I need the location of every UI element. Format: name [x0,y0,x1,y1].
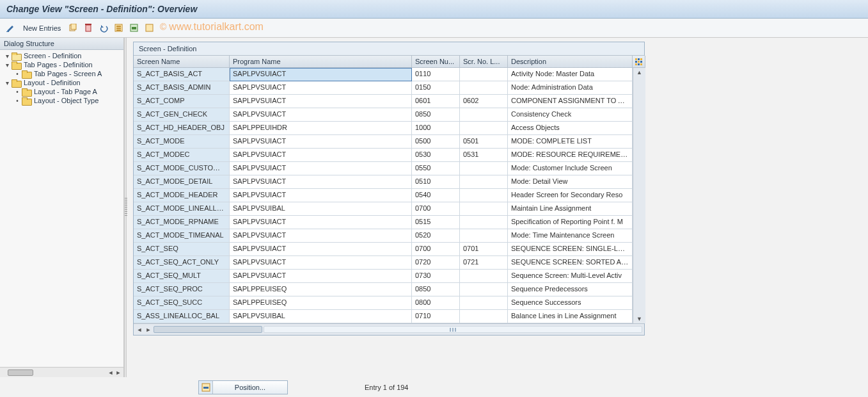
cell-screen-number[interactable]: 0515 [412,216,460,229]
cell-program-name[interactable]: SAPLPPEUISEQ [230,296,412,310]
cell-program-name[interactable]: SAPLPVSUIACT [230,68,412,81]
cell-screen-name[interactable]: S_ACT_MODE_TIMEANAL [134,229,230,243]
cell-screen-name[interactable]: S_ACT_MODE_CUSTOMER [134,162,230,175]
cell-screen-number[interactable]: 0730 [412,270,460,283]
select-all-icon[interactable] [113,22,125,34]
grid-horizontal-scrollbar[interactable]: ◄ ► [134,323,644,335]
cell-description[interactable]: Specification of Reporting Point f. M [508,216,633,229]
tree-item[interactable]: •Tab Pages - Screen A [0,69,123,78]
column-header-screen-name[interactable]: Screen Name [134,56,230,68]
deselect-all-icon[interactable] [144,22,155,34]
cell-program-name[interactable]: SAPLPVSUIACT [230,216,412,229]
cell-program-name[interactable]: SAPLPVSUIACT [230,270,412,283]
cell-program-name[interactable]: SAPLPVSUIACT [230,135,412,149]
cell-description[interactable]: MODE: COMPLETE LIST [508,135,633,149]
cell-screen-number[interactable]: 0510 [412,175,460,189]
scroll-left-icon[interactable]: ◄ [107,369,114,377]
scroll-down-icon[interactable]: ▼ [636,316,642,322]
cell-screen-number[interactable]: 0150 [412,81,460,95]
cell-program-name[interactable]: SAPLPPEUISEQ [230,283,412,296]
cell-scr-no-long[interactable] [460,189,508,202]
cell-screen-name[interactable]: S_ACT_SEQ [134,243,230,256]
expand-icon[interactable]: ▾ [4,53,10,60]
column-header-scr-no-long[interactable]: Scr. No. L... [460,56,508,68]
cell-screen-number[interactable]: 0700 [412,243,460,256]
cell-screen-name[interactable]: S_ACT_SEQ_SUCC [134,296,230,310]
cell-screen-name[interactable]: S_ACT_GEN_CHECK [134,108,230,122]
delete-icon[interactable] [83,22,94,34]
cell-scr-no-long[interactable] [460,270,508,283]
column-header-program-name[interactable]: Program Name [230,56,412,68]
scroll-right-icon[interactable]: ► [145,326,152,334]
cell-screen-name[interactable]: S_ACT_BASIS_ADMIN [134,81,230,95]
cell-program-name[interactable]: SAPLPVSUIACT [230,243,412,256]
tree-item[interactable]: ▾Screen - Definition [0,51,123,60]
cell-description[interactable]: Activity Node: Master Data [508,68,633,81]
column-header-description[interactable]: Description [508,56,633,68]
cell-program-name[interactable]: SAPLPVSUIBAL [230,202,412,216]
tree-item[interactable]: ▾Layout - Definition [0,78,123,87]
cell-scr-no-long[interactable] [460,202,508,216]
cell-program-name[interactable]: SAPLPVSUIACT [230,229,412,243]
cell-description[interactable]: Maintain Line Assignment [508,202,633,216]
cell-scr-no-long[interactable] [460,296,508,310]
cell-screen-name[interactable]: S_ASS_LINEALLOC_BAL [134,310,230,323]
cell-screen-name[interactable]: S_ACT_BASIS_ACT [134,68,230,81]
cell-program-name[interactable]: SAPLPVSUIACT [230,162,412,175]
cell-screen-number[interactable]: 0550 [412,162,460,175]
cell-screen-number[interactable]: 0710 [412,310,460,323]
configure-columns-button[interactable] [633,56,645,68]
expand-icon[interactable]: ▾ [4,61,10,69]
cell-screen-name[interactable]: S_ACT_HD_HEADER_OBJ [134,122,230,135]
cell-scr-no-long[interactable] [460,283,508,296]
tree-item[interactable]: ▾Tab Pages - Definition [0,60,123,69]
cell-screen-name[interactable]: S_ACT_MODE [134,135,230,149]
cell-description[interactable]: Sequence Predecessors [508,283,633,296]
cell-screen-name[interactable]: S_ACT_MODEC [134,149,230,162]
cell-description[interactable]: Sequence Successors [508,296,633,310]
cell-program-name[interactable]: SAPLPVSUIACT [230,108,412,122]
cell-program-name[interactable]: SAPLPVSUIACT [230,95,412,108]
cell-screen-number[interactable]: 0500 [412,135,460,149]
cell-description[interactable]: Balance Lines in Line Assignment [508,310,633,323]
cell-screen-number[interactable]: 1000 [412,122,460,135]
cell-scr-no-long[interactable]: 0531 [460,149,508,162]
cell-screen-number[interactable]: 0601 [412,95,460,108]
cell-screen-number[interactable]: 0700 [412,202,460,216]
cell-scr-no-long[interactable] [460,216,508,229]
cell-screen-name[interactable]: S_ACT_MODE_HEADER [134,189,230,202]
cell-scr-no-long[interactable] [460,175,508,189]
cell-scr-no-long[interactable]: 0501 [460,135,508,149]
cell-program-name[interactable]: SAPLPVSUIBAL [230,310,412,323]
cell-description[interactable]: COMPONENT ASSIGNMENT TO ACT [508,95,633,108]
cell-description[interactable]: Mode: Customer Include Screen [508,162,633,175]
cell-screen-name[interactable]: S_ACT_MODE_LINEALLOC [134,202,230,216]
toggle-display-change-icon[interactable] [5,22,17,34]
cell-scr-no-long[interactable]: 0701 [460,243,508,256]
column-header-screen-number[interactable]: Screen Nu... [412,56,460,68]
cell-program-name[interactable]: SAPLPVSUIACT [230,175,412,189]
cell-scr-no-long[interactable] [460,108,508,122]
cell-scr-no-long[interactable] [460,162,508,175]
cell-screen-number[interactable]: 0720 [412,256,460,270]
cell-scr-no-long[interactable]: 0602 [460,95,508,108]
cell-description[interactable]: SEQUENCE SCREEN: SORTED ACTI [508,256,633,270]
tree-item[interactable]: •Layout - Object Type [0,96,123,105]
cell-screen-number[interactable]: 0850 [412,283,460,296]
cell-screen-number[interactable]: 0520 [412,229,460,243]
scroll-right-icon[interactable]: ► [114,369,122,377]
tree-item[interactable]: •Layout - Tab Page A [0,87,123,96]
cell-description[interactable]: Mode: Detail View [508,175,633,189]
tree-horizontal-scrollbar[interactable]: ◄ ► [0,367,123,377]
cell-program-name[interactable]: SAPLPPEUIHDR [230,122,412,135]
cell-scr-no-long[interactable] [460,81,508,95]
cell-description[interactable]: Mode: Time Maintenance Screen [508,229,633,243]
cell-description[interactable]: Access Objects [508,122,633,135]
cell-program-name[interactable]: SAPLPVSUIACT [230,149,412,162]
cell-program-name[interactable]: SAPLPVSUIACT [230,81,412,95]
cell-screen-name[interactable]: S_ACT_MODE_DETAIL [134,175,230,189]
cell-screen-number[interactable]: 0850 [412,108,460,122]
cell-scr-no-long[interactable] [460,310,508,323]
cell-description[interactable]: MODE: RESOURCE REQUIREMENTS [508,149,633,162]
cell-screen-name[interactable]: S_ACT_SEQ_ACT_ONLY [134,256,230,270]
